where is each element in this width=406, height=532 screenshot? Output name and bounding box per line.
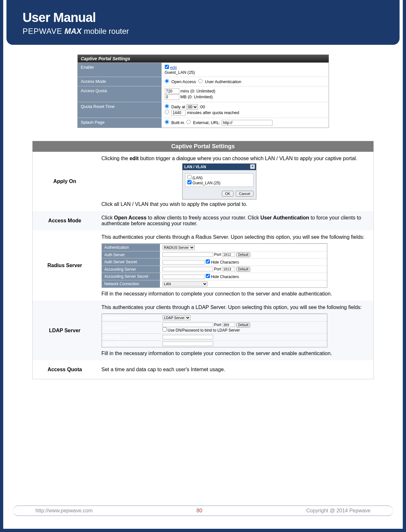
acct-server-input[interactable] xyxy=(163,267,213,271)
hide-chars-1: Hide Characters xyxy=(211,260,239,265)
lan-checkbox[interactable] xyxy=(187,175,192,179)
footer-url: http://www.pepwave.com xyxy=(35,508,93,514)
apply-on-head: Apply On xyxy=(33,152,97,211)
am-d: User Authentication xyxy=(260,215,309,220)
enable-label: Enable xyxy=(78,63,162,77)
open-access-text: Open Access xyxy=(171,79,196,84)
settings-table: Enable edit Guest_LAN (25) Access Mode O… xyxy=(78,63,329,128)
daily-at-text: Daily at xyxy=(171,104,185,109)
base-filter-input[interactable] xyxy=(163,342,213,346)
ldap-mini-panel: AuthenticationLDAP Server LDAP Server Po… xyxy=(102,314,327,347)
ldap-outro: Fill in the necessary information to com… xyxy=(102,351,369,356)
dialog-list: (LAN) Guest_LAN (25) xyxy=(185,173,253,187)
product-model: MAX xyxy=(64,27,82,35)
splash-page-cell: Built-in External, URL: xyxy=(162,118,329,128)
access-quota-label: Access Quota xyxy=(78,86,162,102)
close-icon[interactable]: ✕ xyxy=(250,164,255,169)
base-filter-label: Base Filter xyxy=(102,341,160,347)
apply-on-outro: Click all LAN / VLAN that you wish to ap… xyxy=(102,201,369,207)
table-row: Apply On Clicking the edit button trigge… xyxy=(33,152,374,211)
net-conn-label: Network Connection xyxy=(102,280,160,288)
access-mode-cell: Open Access User Authentication xyxy=(162,77,329,86)
dialog-title: LAN / VLAN xyxy=(184,165,206,169)
base-dn-input[interactable] xyxy=(163,335,213,339)
am-b: Open Access xyxy=(114,215,147,220)
minutes-after-input[interactable] xyxy=(171,110,186,116)
minutes-after-text: minutes after quota reached xyxy=(187,110,239,115)
doc-title: User Manual xyxy=(23,10,383,25)
ldap-port-input[interactable] xyxy=(222,323,235,327)
ok-button[interactable]: OK xyxy=(222,191,233,197)
apply-on-body: Clicking the edit button trigger a dialo… xyxy=(97,152,374,211)
ldap-auth-select[interactable]: LDAP Server xyxy=(163,315,191,320)
user-auth-text: User Authentication xyxy=(205,79,242,84)
table-row: LDAP Server This authenticates your clie… xyxy=(33,301,374,360)
footer: http://www.pepwave.com 80 Copyright @ 20… xyxy=(3,506,403,516)
quota-mb-input[interactable] xyxy=(165,94,179,100)
guest-lan-checkbox[interactable] xyxy=(187,180,192,184)
auth-port-input[interactable] xyxy=(222,252,235,257)
access-mode-label: Access Mode xyxy=(78,77,162,86)
auth-label: Authentication xyxy=(102,244,160,251)
builtin-radio[interactable] xyxy=(165,120,169,124)
minutes-after-radio[interactable] xyxy=(165,110,169,114)
cancel-button[interactable]: Cancel xyxy=(236,191,253,197)
use-dn-text: Use DN/Password to bind to LDAP Server xyxy=(168,328,240,333)
default-button-2[interactable]: Default xyxy=(236,267,251,272)
doc-subtitle: PEPWAVE MAX mobile router xyxy=(23,27,383,36)
footer-bar: http://www.pepwave.com 80 Copyright @ 20… xyxy=(13,506,393,516)
hide-chars-cb1[interactable] xyxy=(206,259,210,264)
daily-hour-select[interactable]: 00 xyxy=(186,104,198,110)
use-dn-checkbox[interactable] xyxy=(163,327,167,332)
builtin-text: Built-in xyxy=(171,120,184,125)
apply-on-text-c: button trigger a dialogue where you can … xyxy=(139,156,357,161)
auth-secret-input[interactable] xyxy=(163,260,205,265)
apply-on-text-a: Clicking the xyxy=(102,156,130,161)
auth-secret-label: Auth Server Secret xyxy=(102,258,160,266)
ldap-server-label: LDAP Server xyxy=(102,322,160,334)
acct-secret-input[interactable] xyxy=(163,275,205,279)
default-button[interactable]: Default xyxy=(236,252,251,257)
hide-chars-2: Hide Characters xyxy=(211,275,239,279)
description-table: Captive Portal Settings Apply On Clickin… xyxy=(32,141,374,379)
acct-secret-label: Accounting Server Secret xyxy=(102,273,160,280)
ldap-auth-label: Authentication xyxy=(102,314,160,322)
edit-link[interactable]: edit xyxy=(170,65,177,70)
desc-header: Captive Portal Settings xyxy=(33,141,374,152)
auth-server-input[interactable] xyxy=(163,252,213,257)
access-mode-body: Click Open Access to allow clients to fr… xyxy=(97,211,374,230)
table-row: Access Mode Click Open Access to allow c… xyxy=(33,211,374,230)
radius-intro: This authenticates your clients through … xyxy=(102,234,369,240)
external-url-input[interactable] xyxy=(222,120,272,126)
ldap-head: LDAP Server xyxy=(33,301,97,360)
external-radio[interactable] xyxy=(186,120,191,124)
auth-server-label: Auth Server xyxy=(102,251,160,258)
product-tagline: mobile router xyxy=(84,27,129,35)
hide-chars-cb2[interactable] xyxy=(206,274,210,278)
radius-body: This authenticates your clients through … xyxy=(97,230,374,301)
quota-mins-input[interactable] xyxy=(165,88,179,94)
quota-reset-cell: Daily at 00 :00 minutes after quota reac… xyxy=(162,102,329,118)
open-access-radio[interactable] xyxy=(165,79,169,83)
auth-select[interactable]: RADIUS Server xyxy=(163,245,195,250)
guest-lan-option: Guest_LAN (25) xyxy=(193,181,221,185)
ldap-default-button[interactable]: Default xyxy=(236,323,251,327)
radius-head: Radius Server xyxy=(33,230,97,301)
acct-port-input[interactable] xyxy=(222,267,235,271)
page: User Manual PEPWAVE MAX mobile router Ca… xyxy=(0,0,406,532)
enable-checkbox[interactable] xyxy=(165,65,169,69)
content-area: Captive Portal Settings Enable edit Gues… xyxy=(3,45,403,418)
access-quota-cell: mins (0: Unlimited) MB (0: Unlimited) xyxy=(162,86,329,102)
splash-page-label: Splash Page xyxy=(78,118,162,128)
access-quota-body: Set a time and data cap to each user's I… xyxy=(97,360,374,379)
apply-on-edit-bold: edit xyxy=(130,156,139,161)
ldap-server-input[interactable] xyxy=(163,323,213,327)
access-mode-head: Access Mode xyxy=(33,211,97,230)
quota-mb-suffix: MB (0: Unlimited) xyxy=(180,94,213,99)
ldap-body: This authenticates your clients through … xyxy=(97,301,374,360)
am-a: Click xyxy=(102,215,114,220)
daily-radio[interactable] xyxy=(165,104,169,108)
net-conn-select[interactable]: LAN xyxy=(163,281,208,286)
table-row: Access Quota Set a time and data cap to … xyxy=(33,360,374,379)
user-auth-radio[interactable] xyxy=(198,79,203,83)
